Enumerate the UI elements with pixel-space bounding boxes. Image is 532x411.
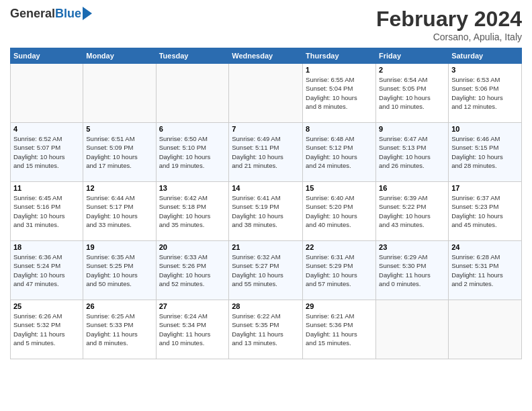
day-number: 9 [379, 125, 445, 133]
logo: General Blue [10, 7, 92, 21]
calendar-header-row: Sunday Monday Tuesday Wednesday Thursday… [11, 48, 522, 64]
calendar-week-row: 25Sunrise: 6:26 AM Sunset: 5:32 PM Dayli… [11, 300, 522, 359]
day-number: 8 [306, 125, 373, 133]
table-row [229, 64, 303, 123]
table-row: 11Sunrise: 6:45 AM Sunset: 5:16 PM Dayli… [11, 182, 83, 241]
calendar-week-row: 4Sunrise: 6:52 AM Sunset: 5:07 PM Daylig… [11, 123, 522, 182]
day-number: 3 [451, 66, 519, 74]
table-row: 15Sunrise: 6:40 AM Sunset: 5:20 PM Dayli… [303, 182, 376, 241]
day-info: Sunrise: 6:41 AM Sunset: 5:19 PM Dayligh… [232, 193, 300, 229]
day-number: 16 [379, 184, 445, 192]
day-info: Sunrise: 6:55 AM Sunset: 5:04 PM Dayligh… [306, 75, 373, 111]
day-info: Sunrise: 6:26 AM Sunset: 5:32 PM Dayligh… [13, 312, 80, 347]
month-title: February 2024 [376, 7, 522, 32]
calendar-week-row: 18Sunrise: 6:36 AM Sunset: 5:24 PM Dayli… [11, 241, 522, 300]
day-info: Sunrise: 6:54 AM Sunset: 5:05 PM Dayligh… [379, 75, 445, 111]
day-number: 13 [159, 184, 226, 192]
calendar-container: General Blue February 2024 Corsano, Apul… [0, 0, 532, 411]
logo-arrow-icon [83, 7, 92, 20]
table-row [83, 64, 156, 123]
day-info: Sunrise: 6:46 AM Sunset: 5:15 PM Dayligh… [451, 134, 519, 170]
day-info: Sunrise: 6:50 AM Sunset: 5:10 PM Dayligh… [159, 134, 226, 170]
table-row: 16Sunrise: 6:39 AM Sunset: 5:22 PM Dayli… [376, 182, 449, 241]
table-row: 24Sunrise: 6:28 AM Sunset: 5:31 PM Dayli… [449, 241, 522, 300]
table-row: 26Sunrise: 6:25 AM Sunset: 5:33 PM Dayli… [83, 300, 156, 359]
table-row: 18Sunrise: 6:36 AM Sunset: 5:24 PM Dayli… [11, 241, 83, 300]
day-info: Sunrise: 6:35 AM Sunset: 5:25 PM Dayligh… [86, 253, 152, 288]
day-number: 25 [13, 302, 80, 310]
day-number: 15 [306, 184, 373, 192]
day-number: 26 [86, 302, 152, 310]
day-number: 4 [13, 125, 80, 133]
table-row [11, 64, 83, 123]
table-row: 20Sunrise: 6:33 AM Sunset: 5:26 PM Dayli… [156, 241, 229, 300]
table-row: 5Sunrise: 6:51 AM Sunset: 5:09 PM Daylig… [83, 123, 156, 182]
table-row: 2Sunrise: 6:54 AM Sunset: 5:05 PM Daylig… [376, 64, 449, 123]
day-number: 1 [306, 66, 373, 74]
col-sunday: Sunday [11, 48, 83, 64]
day-info: Sunrise: 6:53 AM Sunset: 5:06 PM Dayligh… [451, 75, 519, 111]
table-row: 4Sunrise: 6:52 AM Sunset: 5:07 PM Daylig… [11, 123, 83, 182]
day-number: 7 [232, 125, 300, 133]
table-row: 28Sunrise: 6:22 AM Sunset: 5:35 PM Dayli… [229, 300, 303, 359]
day-info: Sunrise: 6:33 AM Sunset: 5:26 PM Dayligh… [159, 253, 226, 288]
day-info: Sunrise: 6:48 AM Sunset: 5:12 PM Dayligh… [306, 134, 373, 170]
day-info: Sunrise: 6:47 AM Sunset: 5:13 PM Dayligh… [379, 134, 445, 170]
day-info: Sunrise: 6:31 AM Sunset: 5:29 PM Dayligh… [306, 253, 373, 288]
table-row: 19Sunrise: 6:35 AM Sunset: 5:25 PM Dayli… [83, 241, 156, 300]
day-number: 5 [86, 125, 152, 133]
day-info: Sunrise: 6:24 AM Sunset: 5:34 PM Dayligh… [159, 312, 226, 347]
day-number: 20 [159, 243, 226, 251]
day-number: 12 [86, 184, 152, 192]
title-section: February 2024 Corsano, Apulia, Italy [376, 7, 522, 42]
table-row: 3Sunrise: 6:53 AM Sunset: 5:06 PM Daylig… [449, 64, 522, 123]
day-number: 27 [159, 302, 226, 310]
table-row [449, 300, 522, 359]
day-info: Sunrise: 6:37 AM Sunset: 5:23 PM Dayligh… [451, 193, 519, 229]
calendar-table: Sunday Monday Tuesday Wednesday Thursday… [10, 48, 522, 359]
day-number: 29 [306, 302, 373, 310]
day-info: Sunrise: 6:45 AM Sunset: 5:16 PM Dayligh… [13, 193, 80, 229]
table-row: 10Sunrise: 6:46 AM Sunset: 5:15 PM Dayli… [449, 123, 522, 182]
day-info: Sunrise: 6:42 AM Sunset: 5:18 PM Dayligh… [159, 193, 226, 229]
day-number: 10 [451, 125, 519, 133]
day-info: Sunrise: 6:52 AM Sunset: 5:07 PM Dayligh… [13, 134, 80, 170]
table-row [376, 300, 449, 359]
day-info: Sunrise: 6:49 AM Sunset: 5:11 PM Dayligh… [232, 134, 300, 170]
day-info: Sunrise: 6:51 AM Sunset: 5:09 PM Dayligh… [86, 134, 152, 170]
day-info: Sunrise: 6:32 AM Sunset: 5:27 PM Dayligh… [232, 253, 300, 288]
logo-blue-text: Blue [55, 7, 81, 21]
table-row: 17Sunrise: 6:37 AM Sunset: 5:23 PM Dayli… [449, 182, 522, 241]
day-number: 11 [13, 184, 80, 192]
table-row: 6Sunrise: 6:50 AM Sunset: 5:10 PM Daylig… [156, 123, 229, 182]
day-number: 6 [159, 125, 226, 133]
day-info: Sunrise: 6:39 AM Sunset: 5:22 PM Dayligh… [379, 193, 445, 229]
day-number: 2 [379, 66, 445, 74]
day-number: 18 [13, 243, 80, 251]
table-row: 25Sunrise: 6:26 AM Sunset: 5:32 PM Dayli… [11, 300, 83, 359]
table-row: 22Sunrise: 6:31 AM Sunset: 5:29 PM Dayli… [303, 241, 376, 300]
table-row: 23Sunrise: 6:29 AM Sunset: 5:30 PM Dayli… [376, 241, 449, 300]
calendar-week-row: 1Sunrise: 6:55 AM Sunset: 5:04 PM Daylig… [11, 64, 522, 123]
location-subtitle: Corsano, Apulia, Italy [376, 32, 522, 42]
table-row [156, 64, 229, 123]
day-number: 24 [451, 243, 519, 251]
table-row: 27Sunrise: 6:24 AM Sunset: 5:34 PM Dayli… [156, 300, 229, 359]
table-row: 29Sunrise: 6:21 AM Sunset: 5:36 PM Dayli… [303, 300, 376, 359]
col-friday: Friday [376, 48, 449, 64]
table-row: 13Sunrise: 6:42 AM Sunset: 5:18 PM Dayli… [156, 182, 229, 241]
day-number: 21 [232, 243, 300, 251]
day-info: Sunrise: 6:25 AM Sunset: 5:33 PM Dayligh… [86, 312, 152, 347]
calendar-week-row: 11Sunrise: 6:45 AM Sunset: 5:16 PM Dayli… [11, 182, 522, 241]
day-info: Sunrise: 6:44 AM Sunset: 5:17 PM Dayligh… [86, 193, 152, 229]
day-info: Sunrise: 6:29 AM Sunset: 5:30 PM Dayligh… [379, 253, 445, 288]
day-number: 17 [451, 184, 519, 192]
day-info: Sunrise: 6:36 AM Sunset: 5:24 PM Dayligh… [13, 253, 80, 288]
day-info: Sunrise: 6:28 AM Sunset: 5:31 PM Dayligh… [451, 253, 519, 288]
col-thursday: Thursday [303, 48, 376, 64]
day-info: Sunrise: 6:22 AM Sunset: 5:35 PM Dayligh… [232, 312, 300, 347]
table-row: 12Sunrise: 6:44 AM Sunset: 5:17 PM Dayli… [83, 182, 156, 241]
col-wednesday: Wednesday [229, 48, 303, 64]
table-row: 9Sunrise: 6:47 AM Sunset: 5:13 PM Daylig… [376, 123, 449, 182]
logo-general-text: General [10, 7, 55, 21]
